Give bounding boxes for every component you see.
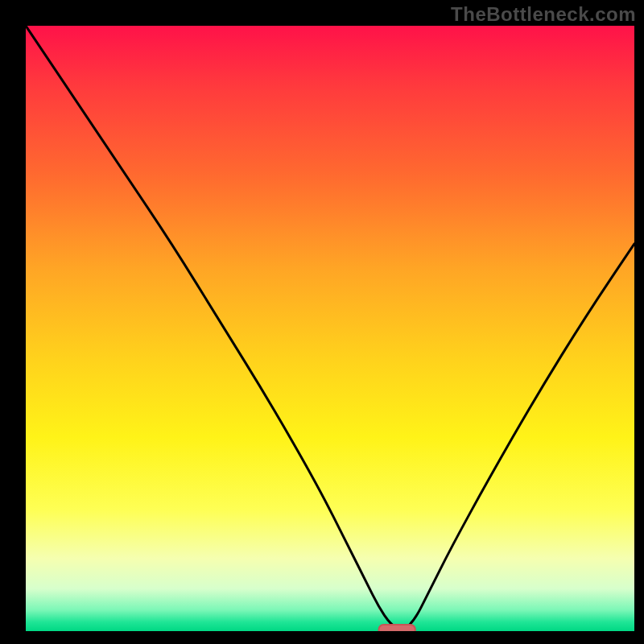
gradient-background [26, 26, 634, 631]
chart-plot-area [26, 26, 634, 631]
optimal-marker [378, 625, 415, 631]
chart-svg [26, 26, 634, 631]
chart-frame: TheBottleneck.com [0, 0, 644, 644]
watermark-text: TheBottleneck.com [451, 3, 636, 26]
